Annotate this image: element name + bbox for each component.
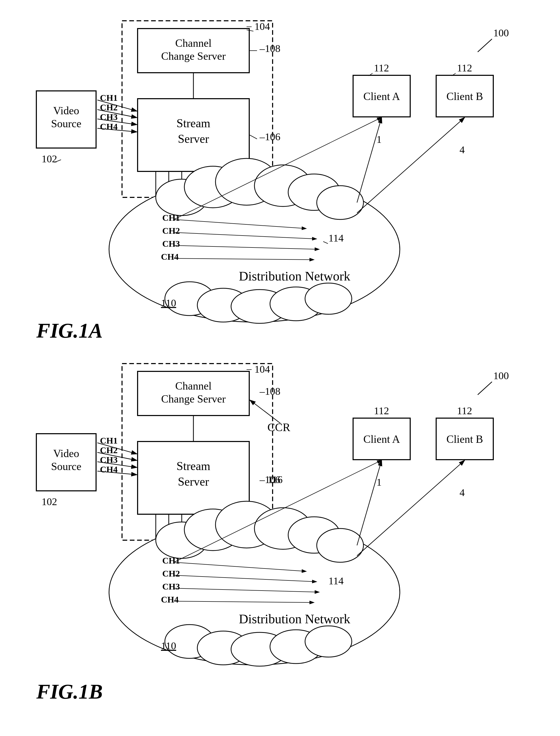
svg-text:CH1: CH1: [100, 93, 118, 103]
svg-text:104: 104: [254, 363, 270, 375]
svg-text:Source: Source: [51, 118, 82, 130]
svg-line-35: [97, 110, 137, 118]
svg-text:110: 110: [161, 297, 176, 309]
svg-text:CH3: CH3: [100, 112, 118, 122]
svg-line-65: [174, 232, 317, 239]
svg-point-116: [156, 522, 208, 558]
svg-rect-81: [36, 434, 96, 491]
svg-line-63: [174, 219, 306, 228]
svg-point-52: [231, 289, 288, 323]
fig1b-section: Channel Change Server Stream Server Vide…: [21, 358, 539, 722]
svg-text:CH1: CH1: [100, 436, 118, 446]
svg-text:CH3: CH3: [100, 455, 118, 465]
svg-text:4: 4: [460, 144, 465, 155]
svg-text:–106: –106: [259, 131, 280, 143]
svg-text:CH1: CH1: [162, 213, 180, 222]
svg-text:Stream: Stream: [177, 460, 211, 473]
svg-line-69: [357, 117, 382, 202]
svg-line-108: [97, 471, 137, 475]
svg-text:CH2: CH2: [162, 569, 180, 578]
svg-rect-75: [138, 372, 249, 416]
svg-text:–108: –108: [259, 386, 280, 397]
svg-text:Video: Video: [53, 448, 79, 460]
svg-line-64: [174, 117, 382, 219]
svg-point-50: [165, 282, 214, 315]
svg-line-137: [174, 588, 319, 592]
svg-point-47: [254, 165, 312, 206]
svg-point-123: [197, 631, 249, 665]
svg-line-141: [357, 460, 465, 556]
svg-text:Client A: Client A: [363, 90, 400, 102]
svg-text:FIG.1A: FIG.1A: [36, 319, 103, 342]
svg-line-136: [174, 575, 317, 582]
svg-text:114: 114: [328, 575, 344, 587]
svg-text:1: 1: [376, 133, 382, 145]
svg-line-15: [478, 39, 492, 52]
svg-rect-78: [138, 442, 249, 514]
svg-text:CH2: CH2: [100, 103, 118, 112]
svg-text:Change Server: Change Server: [161, 50, 226, 62]
svg-point-48: [288, 174, 340, 210]
svg-point-46: [215, 158, 278, 205]
svg-text:CH4: CH4: [161, 595, 179, 604]
svg-text:Change Server: Change Server: [161, 393, 226, 405]
svg-line-17: [247, 30, 253, 31]
svg-text:112: 112: [374, 62, 389, 74]
svg-point-120: [288, 517, 340, 553]
fig1a-section: Channel Change Server Stream Server Vide…: [21, 16, 539, 353]
svg-line-24: [55, 160, 61, 162]
svg-point-44: [156, 179, 208, 215]
fig1b-svg: Channel Change Server Stream Server Vide…: [21, 358, 540, 717]
svg-text:CH3: CH3: [162, 582, 180, 591]
svg-rect-86: [436, 418, 493, 460]
svg-text:–106: –106: [259, 474, 280, 485]
svg-text:Channel: Channel: [175, 380, 212, 392]
svg-point-119: [254, 508, 312, 549]
svg-text:–: –: [246, 363, 252, 374]
svg-line-107: [97, 462, 137, 468]
svg-line-139: [357, 460, 382, 545]
svg-text:112: 112: [374, 405, 389, 417]
svg-text:Client B: Client B: [446, 433, 483, 445]
svg-text:CCR: CCR: [267, 421, 291, 434]
svg-text:CH4: CH4: [100, 465, 118, 474]
svg-point-45: [184, 166, 241, 208]
svg-rect-0: [122, 21, 273, 197]
svg-line-66: [174, 245, 319, 249]
svg-text:Stream: Stream: [177, 117, 211, 130]
svg-line-28: [452, 73, 456, 76]
svg-text:Distribution Network: Distribution Network: [239, 612, 350, 626]
svg-line-22: [250, 135, 257, 139]
svg-text:112: 112: [457, 62, 472, 74]
svg-point-54: [305, 283, 352, 314]
svg-text:CH4: CH4: [100, 122, 118, 131]
svg-rect-12: [436, 75, 493, 117]
svg-text:102: 102: [42, 496, 57, 508]
svg-rect-10: [353, 75, 410, 117]
svg-line-134: [174, 562, 306, 571]
svg-rect-84: [353, 418, 410, 460]
svg-text:Channel: Channel: [175, 37, 212, 49]
svg-text:4: 4: [460, 487, 465, 498]
svg-text:Source: Source: [51, 461, 82, 473]
svg-text:CH2: CH2: [100, 446, 118, 455]
svg-point-125: [270, 630, 322, 664]
svg-rect-7: [36, 91, 96, 148]
svg-text:116: 116: [267, 474, 283, 485]
svg-line-37: [97, 128, 137, 132]
svg-line-26: [369, 73, 373, 76]
page: Channel Change Server Stream Server Vide…: [0, 0, 560, 736]
svg-point-118: [215, 501, 278, 548]
svg-text:Client B: Client B: [446, 90, 483, 102]
svg-line-36: [97, 119, 137, 125]
svg-rect-1: [138, 29, 249, 73]
svg-line-135: [174, 460, 382, 562]
svg-text:Client A: Client A: [363, 433, 400, 445]
svg-line-71: [357, 117, 465, 213]
svg-text:Server: Server: [178, 475, 209, 488]
svg-point-49: [317, 186, 363, 219]
svg-line-60: [323, 241, 328, 243]
fig1a-svg: Channel Change Server Stream Server Vide…: [21, 16, 540, 353]
svg-text:Server: Server: [178, 132, 209, 145]
svg-point-117: [184, 509, 241, 551]
